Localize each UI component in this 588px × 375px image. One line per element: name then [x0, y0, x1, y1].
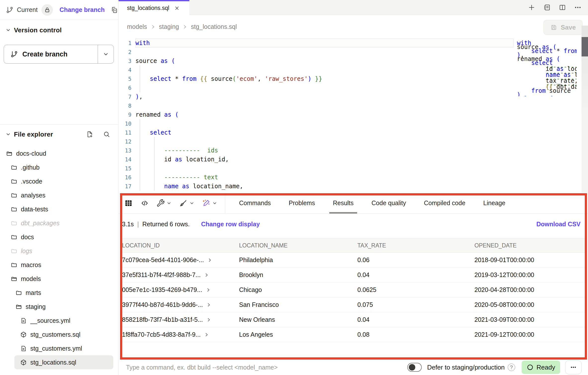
chevron-down-icon	[166, 200, 172, 206]
file-tree-item[interactable]: .github	[0, 160, 118, 174]
change-row-display-link[interactable]: Change row display	[201, 221, 260, 228]
file-tree-item[interactable]: docs-cloud	[0, 146, 118, 160]
code-line[interactable]: 16 ---------- text	[119, 173, 588, 182]
table-row[interactable]: 37e5f311-b7f4-4f2f-988b-7...Brooklyn0.04…	[121, 268, 585, 282]
table-row[interactable]: 3977f440-b87d-461b-9dd6-...San Francisco…	[121, 297, 585, 312]
file-tree-item[interactable]: staging	[0, 300, 118, 314]
expand-row-icon[interactable]	[207, 258, 212, 263]
file-explorer-section-header[interactable]: File explorer	[0, 129, 53, 140]
file-tree-item-label: staging	[26, 303, 46, 310]
editor-scrollbar[interactable]	[582, 26, 588, 193]
breadcrumb-item[interactable]: models	[127, 23, 147, 30]
tab-stg-locations-sql[interactable]: stg_locations.sql	[119, 0, 189, 15]
file-tree-item[interactable]: logs	[0, 244, 118, 258]
help-icon[interactable]: ?	[508, 364, 515, 371]
file-tree-item[interactable]: stg_customers.yml	[0, 341, 118, 355]
file-tree-item[interactable]: marts	[0, 286, 118, 300]
breadcrumb-row: modelsstagingstg_locations.sql Save	[119, 15, 588, 39]
breadcrumb-separator-icon	[151, 24, 156, 29]
new-file-icon[interactable]	[86, 131, 93, 138]
panel-tab-lineage[interactable]: Lineage	[483, 193, 505, 214]
expand-row-icon[interactable]	[204, 273, 209, 278]
code-line[interactable]: 3source as (	[119, 56, 588, 65]
code-line[interactable]: 15	[119, 164, 588, 173]
panel-tab-results[interactable]: Results	[333, 193, 353, 214]
ready-status-badge[interactable]: Ready	[522, 361, 560, 374]
search-icon[interactable]	[103, 131, 110, 138]
code-line[interactable]: 7),	[119, 92, 588, 101]
code-line[interactable]: 8	[119, 101, 588, 110]
table-row[interactable]: 858218fb-73f7-4b1b-a31f-5...New Orleans0…	[121, 312, 585, 327]
version-control-section-header[interactable]: Version control	[0, 24, 118, 36]
code-line[interactable]: 2	[119, 47, 588, 56]
folder-icon	[11, 234, 17, 240]
file-tree-item[interactable]: analyses	[0, 188, 118, 202]
code-line[interactable]: 10	[119, 119, 588, 128]
change-branch-link[interactable]: Change branch	[59, 6, 105, 13]
more-menu-button[interactable]	[565, 360, 582, 374]
expand-row-icon[interactable]	[204, 332, 209, 337]
notebook-icon[interactable]	[543, 4, 551, 11]
scrollbar-thumb[interactable]	[582, 37, 588, 56]
panel-tab-problems[interactable]: Problems	[289, 193, 315, 214]
file-tree-item[interactable]: dbt_packages	[0, 216, 118, 230]
expand-row-icon[interactable]	[206, 317, 211, 322]
table-row[interactable]: 005e7e1c-1935-4269-b479...Chicago0.06252…	[121, 282, 585, 297]
copy-icon[interactable]	[111, 6, 118, 14]
table-cell: 2018-09-01T00:00:00	[473, 256, 585, 264]
file-tree-item[interactable]: .vscode	[0, 174, 118, 188]
download-csv-link[interactable]: Download CSV	[536, 221, 581, 228]
create-branch-button[interactable]: Create branch	[4, 45, 114, 64]
table-cell: New Orleans	[238, 316, 356, 323]
file-tree-item[interactable]: __sources.yml	[0, 314, 118, 328]
code-line[interactable]: 9renamed as (	[119, 110, 588, 119]
file-tree-item[interactable]: models	[0, 272, 118, 286]
panel-tabs: CommandsProblemsResultsCode qualityCompi…	[239, 193, 505, 214]
git-branch-icon	[6, 6, 13, 14]
split-view-icon[interactable]	[559, 4, 566, 11]
file-tree-item-label: .vscode	[21, 178, 42, 185]
code-line[interactable]: 5 select * from {{ source('ecom', 'raw_s…	[119, 74, 588, 83]
code-line[interactable]: 13 ---------- ids	[119, 146, 588, 155]
ai-assist-menu[interactable]	[202, 199, 217, 207]
close-icon[interactable]	[174, 5, 180, 11]
create-branch-main[interactable]: Create branch	[4, 45, 98, 63]
file-tree-item[interactable]: docs	[0, 230, 118, 244]
code-line[interactable]: 1with	[119, 39, 588, 47]
panel-tab-code-quality[interactable]: Code quality	[372, 193, 406, 214]
file-tree-item[interactable]: macros	[0, 258, 118, 272]
file-explorer-title: File explorer	[14, 131, 53, 138]
table-view-icon[interactable]	[124, 199, 133, 208]
table-row[interactable]: 1f8ffa70-7cb5-4d83-8a7f-9...Los Angeles0…	[121, 327, 585, 342]
new-tab-icon[interactable]	[528, 4, 535, 11]
code-line[interactable]: 17 name as location_name,	[119, 182, 588, 191]
more-options-icon[interactable]	[574, 4, 582, 11]
defer-toggle[interactable]	[407, 363, 422, 372]
file-tree-item[interactable]: data-tests	[0, 202, 118, 216]
table-cell: 2020-05-08T00:00:00	[473, 301, 585, 308]
expand-row-icon[interactable]	[206, 287, 211, 292]
breadcrumb-item[interactable]: stg_locations.sql	[191, 23, 237, 30]
build-tools-menu[interactable]	[156, 199, 172, 207]
file-tree-item[interactable]: stg_customers.sql	[0, 328, 118, 341]
cleanup-tools-menu[interactable]	[179, 199, 195, 207]
code-view-icon[interactable]	[140, 199, 149, 207]
code-line[interactable]: 6	[119, 83, 588, 92]
file-tree-item[interactable]: stg_locations.sql	[14, 355, 113, 369]
code-editor[interactable]: 1with23source as (45 select * from {{ so…	[119, 39, 588, 193]
create-branch-dropdown[interactable]	[98, 45, 114, 63]
code-line[interactable]: 12	[119, 137, 588, 146]
table-row[interactable]: 7c079cea-5ed4-4101-906e-...Philadelphia0…	[121, 253, 585, 268]
expand-row-icon[interactable]	[206, 302, 211, 307]
command-input[interactable]: Type a command, ex. dbt build --select <…	[126, 364, 407, 371]
code-line[interactable]: 14 id as location_id,	[119, 155, 588, 164]
panel-tab-compiled-code[interactable]: Compiled code	[424, 193, 465, 214]
cube-icon	[20, 359, 27, 366]
wrench-icon	[156, 199, 165, 207]
code-line[interactable]: 4	[119, 65, 588, 74]
save-button[interactable]: Save	[544, 20, 583, 35]
results-status-row: 3.1s | Returned 6 rows. Change row displ…	[119, 214, 588, 234]
code-line[interactable]: 11 select	[119, 128, 588, 137]
breadcrumb-item[interactable]: staging	[159, 23, 179, 30]
panel-tab-commands[interactable]: Commands	[239, 193, 271, 214]
